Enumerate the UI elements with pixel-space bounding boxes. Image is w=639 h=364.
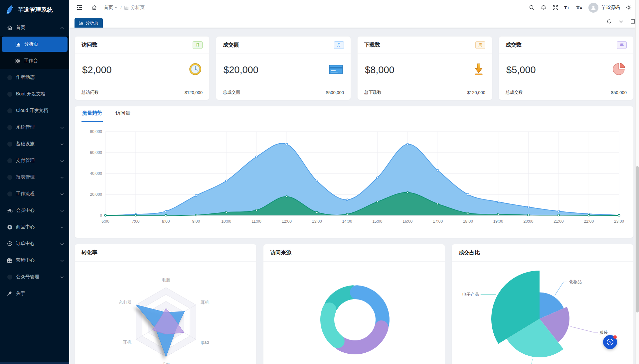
order-icon (7, 241, 13, 247)
chevron-down-icon (60, 125, 64, 130)
sidebar-item-label: 会员中心 (16, 207, 57, 213)
sidebar-item-14[interactable]: 营销中心 (0, 252, 69, 269)
bicycle-icon (7, 207, 13, 213)
svg-text:12:00: 12:00 (282, 219, 292, 224)
svg-text:?: ? (609, 340, 611, 345)
breadcrumb-home[interactable]: 首页 (104, 5, 118, 11)
svg-text:16:00: 16:00 (402, 219, 412, 224)
stat-value: $20,000 (224, 64, 258, 75)
svg-text:6:00: 6:00 (101, 219, 109, 224)
svg-text:T: T (564, 5, 567, 10)
tab-traffic-trend[interactable]: 流量趋势 (81, 110, 103, 122)
panel-title: 访问来源 (270, 249, 291, 256)
breadcrumb-separator: / (120, 5, 122, 10)
search-icon[interactable] (527, 3, 537, 13)
period-badge: 月 (334, 41, 344, 49)
chevron-down-icon (60, 241, 64, 246)
p-circle-icon: P (7, 224, 13, 230)
sidebar-item-5[interactable]: Cloud 开发文档 (0, 102, 69, 119)
trend-tabs: 流量趋势 访问量 (75, 106, 633, 122)
grid-icon (15, 58, 21, 64)
sidebar-item-label: 订单中心 (16, 241, 57, 247)
chevron-down-icon[interactable] (615, 15, 627, 28)
svg-text:服装: 服装 (599, 330, 608, 335)
sidebar-item-8[interactable]: 支付管理 (0, 152, 69, 169)
sidebar-item-11[interactable]: 会员中心 (0, 202, 69, 219)
tab-analysis[interactable]: 分析页 (75, 18, 103, 28)
pin-icon (7, 291, 13, 297)
sidebar-item-13[interactable]: 订单中心 (0, 235, 69, 252)
chevron-down-icon (60, 191, 64, 196)
svg-text:10:00: 10:00 (221, 219, 231, 224)
sidebar-item-label: 工作台 (24, 58, 64, 64)
download-icon (473, 62, 485, 77)
stat-card-3: 成交数年$5,000总成交数$50,000 (499, 36, 634, 100)
svg-text:17:00: 17:00 (433, 219, 443, 224)
svg-text:9:00: 9:00 (192, 219, 200, 224)
credit-card-icon (329, 63, 343, 76)
sidebar-item-2[interactable]: 工作台 (0, 53, 69, 69)
sidebar-item-label: 作者动态 (16, 74, 64, 80)
dot-icon (7, 141, 13, 147)
fullscreen-icon[interactable] (551, 3, 560, 13)
logo-icon (5, 5, 15, 15)
sidebar-item-1[interactable]: 分析页 (2, 37, 68, 52)
bell-icon[interactable] (539, 3, 549, 13)
sidebar-item-12[interactable]: P商品中心 (0, 219, 69, 235)
refresh-icon[interactable] (603, 15, 615, 28)
font-size-icon[interactable]: TT (562, 3, 572, 13)
breadcrumb: 首页 / 分析页 (104, 5, 145, 11)
svg-text:40,000: 40,000 (90, 171, 102, 176)
home-icon[interactable] (89, 3, 99, 13)
stat-footer-label: 总下载数 (364, 89, 382, 95)
svg-text:A: A (580, 6, 582, 10)
sidebar-item-9[interactable]: 报表管理 (0, 169, 69, 185)
sidebar-item-10[interactable]: 工作流程 (0, 185, 69, 202)
chevron-down-icon (60, 208, 64, 213)
sidebar-collapse-bar[interactable] (0, 362, 69, 364)
sidebar-item-0[interactable]: 首页 (0, 19, 69, 36)
svg-text:23:00: 23:00 (614, 219, 624, 224)
sidebar-item-6[interactable]: 系统管理 (0, 119, 69, 136)
sidebar-item-15[interactable]: 公众号管理 (0, 269, 69, 285)
stat-title: 成交额 (223, 42, 239, 49)
dot-icon (7, 174, 13, 180)
sidebar-item-label: 商品中心 (16, 224, 57, 230)
chevron-down-icon (60, 274, 64, 280)
breadcrumb-home-label: 首页 (104, 5, 113, 11)
sidebar-menu: 首页分析页工作台作者动态Boot 开发文档Cloud 开发文档系统管理基础设施支… (0, 19, 69, 302)
chevron-down-icon (114, 6, 118, 9)
stat-cards-row: 访问数月$2,000总访问数$120,000成交额月$20,000总成交额$50… (75, 36, 634, 100)
collapse-sidebar-icon[interactable] (75, 3, 84, 13)
tab-visit-volume[interactable]: 访问量 (115, 110, 131, 122)
svg-text:14:00: 14:00 (342, 219, 352, 224)
sidebar: 芋道管理系统 首页分析页工作台作者动态Boot 开发文档Cloud 开发文档系统… (0, 0, 69, 364)
locale-icon[interactable]: 文A (574, 3, 584, 13)
svg-text:18:00: 18:00 (463, 219, 473, 224)
conversion-rate-panel: 转化率 电脑耳机Ipad手机耳机充电器 (75, 244, 256, 364)
help-button[interactable]: ? (603, 335, 617, 349)
sidebar-item-label: 系统管理 (16, 124, 57, 130)
chevron-up-icon (60, 25, 64, 30)
dot-icon (7, 191, 13, 197)
sidebar-item-7[interactable]: 基础设施 (0, 136, 69, 152)
user-menu[interactable]: 芋道源码 (586, 3, 622, 13)
sidebar-item-3[interactable]: 作者动态 (0, 69, 69, 86)
visit-source-panel: 访问来源 (263, 244, 445, 364)
app-logo[interactable]: 芋道管理系统 (0, 0, 69, 19)
svg-text:20,000: 20,000 (90, 192, 102, 197)
sidebar-item-label: Boot 开发文档 (16, 91, 64, 97)
stat-footer-value: $120,000 (467, 90, 485, 95)
sidebar-item-16[interactable]: 关于 (0, 285, 69, 302)
traffic-trend-card: 流量趋势 访问量 80,00060,00040,00020,00006:007:… (75, 106, 634, 238)
svg-text:7:00: 7:00 (132, 219, 140, 224)
stat-footer-value: $500,000 (326, 90, 344, 95)
deal-share-pie-chart: 化妆品服装电子产品 (452, 262, 633, 364)
scrollbar-track[interactable] (635, 0, 639, 364)
settings-icon[interactable] (624, 3, 634, 13)
pie-icon (613, 62, 626, 77)
stat-title: 访问数 (81, 42, 97, 49)
svg-text:80,000: 80,000 (90, 129, 102, 134)
scrollbar-thumb[interactable] (636, 166, 639, 312)
sidebar-item-4[interactable]: Boot 开发文档 (0, 86, 69, 102)
